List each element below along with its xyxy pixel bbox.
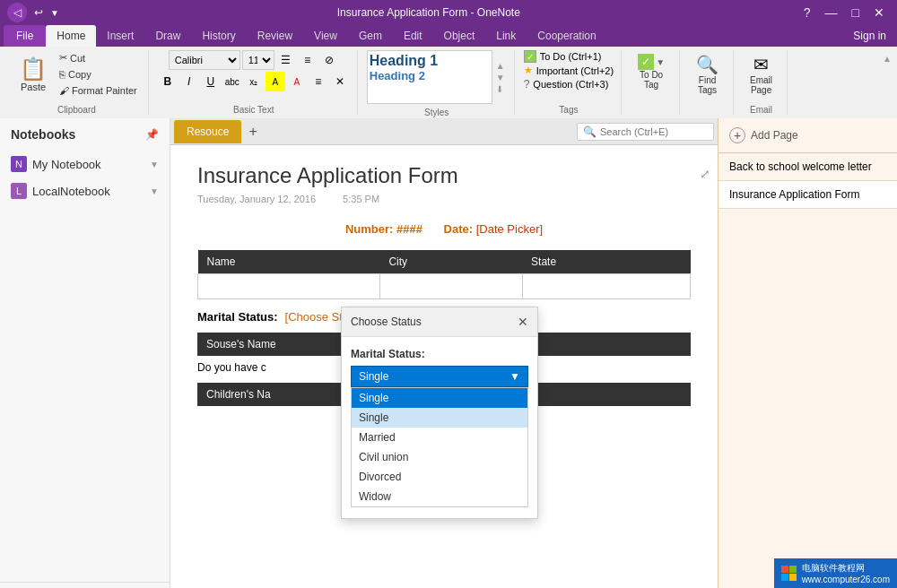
styles-scroll-down[interactable]: ▼ xyxy=(494,73,507,82)
copy-label: Copy xyxy=(68,69,91,80)
font-selector[interactable]: Calibri xyxy=(169,50,240,70)
close-button[interactable]: ✕ xyxy=(868,5,890,20)
italic-button[interactable]: I xyxy=(179,72,199,91)
dialog-close-button[interactable]: ✕ xyxy=(518,315,528,329)
email-page-button[interactable]: ✉ EmailPage xyxy=(743,50,779,95)
undo-icon[interactable]: ↩ xyxy=(34,6,43,19)
paste-button[interactable]: 📋 Paste xyxy=(13,53,54,96)
find-tags-button[interactable]: 🔍 FindTags xyxy=(689,50,726,95)
win-sq-green xyxy=(789,566,797,573)
tab-edit[interactable]: Edit xyxy=(393,25,433,47)
bold-button[interactable]: B xyxy=(158,72,178,91)
tab-gem[interactable]: Gem xyxy=(348,25,393,47)
table-header-row: Name City State xyxy=(198,250,691,274)
tab-history[interactable]: History xyxy=(191,25,246,47)
tags-label: Tags xyxy=(559,103,578,115)
underline-button[interactable]: U xyxy=(201,72,221,91)
sidebar-item-my-notebook[interactable]: N My Notebook ▼ xyxy=(0,151,170,177)
ribbon-collapse-icon[interactable]: ▲ xyxy=(883,54,892,64)
question-tag[interactable]: ? Question (Ctrl+3) xyxy=(524,78,614,91)
tab-resouce[interactable]: Resouce xyxy=(174,120,241,143)
help-button[interactable]: ? xyxy=(798,5,816,20)
cut-icon: ✂ xyxy=(59,52,67,64)
windows-squares xyxy=(781,566,797,581)
sidebar-item-local-notebook[interactable]: L LocalNotebook ▼ xyxy=(0,177,170,204)
find-tags-label: FindTags xyxy=(698,75,717,95)
tab-object[interactable]: Object xyxy=(433,25,486,47)
dialog-option-single-highlighted[interactable]: Single xyxy=(352,388,527,408)
list-button[interactable]: ☰ xyxy=(276,50,296,70)
todo-tag-label: To DoTag xyxy=(640,70,663,90)
right-panel: + Add Page Back to school welcome letter… xyxy=(718,118,897,588)
tab-insert[interactable]: Insert xyxy=(96,25,144,47)
important-tag[interactable]: ★ Important (Ctrl+2) xyxy=(524,65,614,76)
styles-dropdown[interactable]: ⬇ xyxy=(494,84,507,94)
tab-cooperation[interactable]: Cooperation xyxy=(527,25,606,47)
heading1-style: Heading 1 xyxy=(370,53,490,69)
table-header-state: State xyxy=(522,250,690,274)
tags-group: ✓ To Do (Ctrl+1) ★ Important (Ctrl+2) ? … xyxy=(517,50,623,115)
add-page-button[interactable]: + Add Page xyxy=(718,118,897,153)
table-cell-city[interactable] xyxy=(379,274,522,299)
local-notebook-icon: L xyxy=(11,183,27,199)
copy-button[interactable]: ⎘ Copy xyxy=(56,67,141,82)
minimize-button[interactable]: — xyxy=(820,5,843,20)
styles-scroll-up[interactable]: ▲ xyxy=(494,61,507,71)
page-item-insurance-form[interactable]: Insurance Application Form xyxy=(718,181,897,209)
add-page-icon: + xyxy=(729,127,745,143)
expand-icon[interactable]: ⤢ xyxy=(700,167,710,181)
font-color-button[interactable]: A xyxy=(287,72,307,91)
styles-selector[interactable]: Heading 1 Heading 2 xyxy=(367,50,492,104)
tab-home[interactable]: Home xyxy=(46,25,96,47)
my-notebook-icon: N xyxy=(11,156,27,172)
dialog-option-married[interactable]: Married xyxy=(352,428,527,447)
add-tab-button[interactable]: + xyxy=(241,120,264,143)
tab-view[interactable]: View xyxy=(303,25,348,47)
form-number-row: Number: #### Date: [Date Picker] xyxy=(197,222,691,236)
todo-tag-group: ✓ ▼ To DoTag xyxy=(623,50,680,115)
strikethrough-button[interactable]: ⊘ xyxy=(319,50,339,70)
email-page-icon: ✉ xyxy=(753,54,769,75)
clear-format-button[interactable]: ✕ xyxy=(330,72,350,91)
dialog-option-civil-union[interactable]: Civil union xyxy=(352,447,527,467)
highlight-button[interactable]: A xyxy=(266,72,285,91)
dialog-option-single-selected[interactable]: Single xyxy=(352,408,527,428)
watermark: 电脑软件教程网 www.computer26.com xyxy=(774,558,897,588)
local-notebook-arrow: ▼ xyxy=(150,186,159,196)
copy-icon: ⎘ xyxy=(59,69,65,80)
dialog-option-widow[interactable]: Widow xyxy=(352,487,527,506)
page-item-back-to-school[interactable]: Back to school welcome letter xyxy=(718,153,897,181)
tab-review[interactable]: Review xyxy=(247,25,303,47)
tab-link[interactable]: Link xyxy=(485,25,527,47)
table-cell-name[interactable] xyxy=(198,274,380,299)
quick-notes-button[interactable]: 📄 Quick Notes xyxy=(0,582,170,588)
date-picker-value[interactable]: [Date Picker] xyxy=(476,222,543,236)
search-input[interactable] xyxy=(600,126,708,137)
win-sq-blue xyxy=(781,574,788,581)
num-list-button[interactable]: ≡ xyxy=(298,50,318,70)
tab-draw[interactable]: Draw xyxy=(144,25,191,47)
font-size-selector[interactable]: 11 xyxy=(242,50,274,70)
strikethrough2-button[interactable]: abc xyxy=(222,72,242,91)
dialog-select-header[interactable]: Single ▼ xyxy=(351,366,528,387)
todo-tag-button[interactable]: ✓ ▼ To DoTag xyxy=(631,50,672,95)
cut-button[interactable]: ✂ Cut xyxy=(56,50,141,65)
date-label-text: Date: xyxy=(444,222,474,236)
dialog-option-divorced[interactable]: Divorced xyxy=(352,467,527,487)
email-group: ✉ EmailPage Email xyxy=(736,50,788,115)
pin-icon[interactable]: 📌 xyxy=(145,128,159,141)
maximize-button[interactable]: □ xyxy=(847,5,865,20)
page-content-area: ⤢ Insurance Application Form Tuesday, Ja… xyxy=(170,145,718,588)
quick-access-arrow[interactable]: ▼ xyxy=(50,8,59,18)
back-button[interactable]: ◁ xyxy=(7,3,27,22)
format-painter-button[interactable]: 🖌 Format Painter xyxy=(56,83,141,98)
todo-check: ✓ xyxy=(524,50,536,63)
sign-in-button[interactable]: Sign in xyxy=(842,25,897,47)
table-cell-state[interactable] xyxy=(522,274,690,299)
todo-tag[interactable]: ✓ To Do (Ctrl+1) xyxy=(524,50,614,63)
tab-file[interactable]: File xyxy=(4,25,46,47)
subscript-button[interactable]: x₂ xyxy=(244,72,264,91)
format-row: B I U abc x₂ A A ≡ ✕ xyxy=(158,72,350,91)
search-icon: 🔍 xyxy=(583,125,597,138)
align-button[interactable]: ≡ xyxy=(309,72,328,91)
